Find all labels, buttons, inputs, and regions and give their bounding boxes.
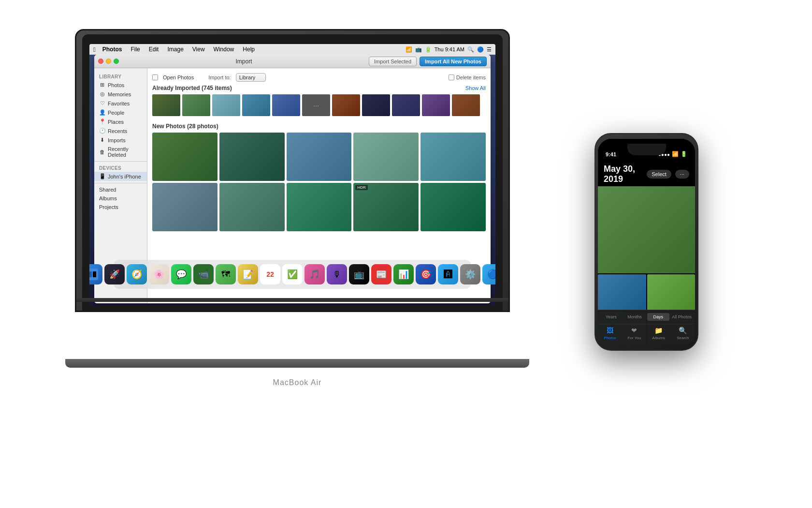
sidebar-item-favorites[interactable]: ♡ Favorites bbox=[94, 99, 147, 108]
imported-thumb-4[interactable] bbox=[242, 94, 270, 116]
iphone-nav-albums-label: Albums bbox=[652, 336, 665, 340]
dock-reminders[interactable]: ✅ bbox=[282, 264, 303, 284]
sidebar-item-recently-deleted[interactable]: 🗑 Recently Deleted bbox=[94, 145, 147, 159]
imported-thumb-6[interactable]: ··· bbox=[302, 94, 330, 116]
new-photo-2[interactable] bbox=[219, 133, 285, 181]
sidebar-item-device[interactable]: 📱 John's iPhone bbox=[94, 172, 147, 181]
imported-thumb-2[interactable] bbox=[182, 94, 210, 116]
sidebar-label-recents: Recents bbox=[108, 128, 127, 134]
iphone-tab-years[interactable]: Years bbox=[600, 313, 623, 321]
menu-file[interactable]: File bbox=[129, 46, 142, 53]
menu-photos[interactable]: Photos bbox=[101, 46, 124, 53]
show-all-link[interactable]: Show All bbox=[465, 85, 486, 91]
sidebar-item-recents[interactable]: 🕐 Recents bbox=[94, 126, 147, 135]
new-photo-6[interactable] bbox=[152, 183, 218, 231]
open-photos-checkbox[interactable] bbox=[152, 75, 158, 80]
dock-maps[interactable]: 🗺 bbox=[216, 264, 236, 284]
already-imported-grid: ··· bbox=[152, 94, 486, 116]
dock-safari[interactable]: 🧭 bbox=[127, 264, 147, 284]
dock-news[interactable]: 📰 bbox=[371, 264, 392, 284]
dock-facetime[interactable]: 📹 bbox=[193, 264, 214, 284]
dock-launchpad[interactable]: 🚀 bbox=[104, 264, 125, 284]
minimize-button[interactable] bbox=[106, 59, 111, 64]
import-to-select[interactable]: Library bbox=[236, 73, 266, 82]
menu-image[interactable]: Image bbox=[165, 46, 185, 53]
iphone-more-button[interactable]: ··· bbox=[675, 170, 689, 179]
dock-messages[interactable]: 💬 bbox=[171, 264, 191, 284]
apple-logo-icon[interactable]:  bbox=[93, 46, 96, 53]
dock-finder[interactable] bbox=[89, 264, 102, 284]
sidebar-item-memories[interactable]: ◎ Memories bbox=[94, 90, 147, 99]
imported-thumb-7[interactable] bbox=[332, 94, 360, 116]
iphone-nav-photos[interactable]: 🖼 Photos bbox=[598, 326, 622, 340]
iphone-sub-photo-1[interactable] bbox=[598, 274, 646, 311]
imported-thumb-11[interactable] bbox=[452, 94, 480, 116]
iphone-select-button[interactable]: Select bbox=[647, 170, 671, 179]
import-selected-button[interactable]: Import Selected bbox=[369, 57, 417, 66]
new-photo-7[interactable] bbox=[219, 183, 285, 231]
import-all-button[interactable]: Import All New Photos bbox=[420, 57, 487, 66]
imported-thumb-10[interactable] bbox=[422, 94, 450, 116]
dock-appstore[interactable]: 🅰 bbox=[438, 264, 458, 284]
dock-calendar[interactable]: 22 bbox=[260, 264, 280, 284]
dock-photos[interactable]: 🌸 bbox=[149, 264, 169, 284]
iphone-nav-photos-label: Photos bbox=[604, 336, 616, 340]
traffic-lights bbox=[98, 59, 119, 64]
iphone-tab-months[interactable]: Months bbox=[624, 313, 646, 321]
dock-notes[interactable]: 📝 bbox=[238, 264, 258, 284]
new-photo-1[interactable] bbox=[152, 133, 218, 181]
dock-system-preferences[interactable]: ⚙️ bbox=[460, 264, 480, 284]
iphone-main-photo[interactable] bbox=[598, 186, 695, 273]
imported-thumb-5[interactable] bbox=[272, 94, 300, 116]
new-photo-10[interactable] bbox=[420, 183, 486, 231]
sidebar-item-people[interactable]: 👤 People bbox=[94, 108, 147, 117]
iphone-nav-tabs: 🖼 Photos ❤ For You 📁 Albums 🔍 bbox=[598, 324, 695, 345]
imported-thumb-8[interactable] bbox=[362, 94, 390, 116]
dock-tv[interactable]: 📺 bbox=[349, 264, 369, 284]
sidebar-item-places[interactable]: 📍 Places bbox=[94, 117, 147, 126]
sidebar-label-imports: Imports bbox=[108, 137, 126, 143]
iphone-nav-search[interactable]: 🔍 Search bbox=[671, 326, 695, 340]
sidebar-item-projects[interactable]: Projects bbox=[94, 203, 147, 211]
menu-view[interactable]: View bbox=[190, 46, 207, 53]
iphone-sub-photo-2[interactable] bbox=[647, 274, 696, 311]
new-photo-8[interactable] bbox=[287, 183, 352, 231]
iphone-nav-foryou[interactable]: ❤ For You bbox=[622, 326, 646, 340]
menu-edit[interactable]: Edit bbox=[147, 46, 161, 53]
sidebar-item-photos[interactable]: ⊞ Photos bbox=[94, 80, 147, 90]
iphone-time: 9:41 bbox=[606, 151, 616, 157]
menu-window[interactable]: Window bbox=[212, 46, 236, 53]
imported-thumb-1[interactable] bbox=[152, 94, 180, 116]
search-icon[interactable]: 🔍 bbox=[467, 46, 474, 53]
sidebar-divider-2 bbox=[94, 183, 147, 183]
sidebar-item-imports[interactable]: ⬇ Imports bbox=[94, 135, 147, 145]
laptop-wrapper:  Photos File Edit Image View Window Hel… bbox=[75, 29, 520, 368]
sidebar-label-memories: Memories bbox=[108, 91, 131, 97]
delete-items-checkbox[interactable] bbox=[449, 75, 454, 80]
fullscreen-button[interactable] bbox=[114, 59, 119, 64]
new-photo-9[interactable]: HDR bbox=[353, 183, 419, 231]
dock-podcasts[interactable]: 🎙 bbox=[327, 264, 347, 284]
iphone-tab-days[interactable]: Days bbox=[647, 313, 670, 321]
imported-thumb-9[interactable] bbox=[392, 94, 420, 116]
close-button[interactable] bbox=[98, 59, 103, 64]
control-center-icon[interactable]: ☰ bbox=[487, 46, 492, 53]
iphone-header-actions: Select ··· bbox=[647, 170, 689, 179]
sidebar-item-albums[interactable]: Albums bbox=[94, 194, 147, 203]
sidebar-item-shared[interactable]: Shared bbox=[94, 185, 147, 194]
dock-numbers[interactable]: 📊 bbox=[393, 264, 414, 284]
dock-music[interactable]: 🎵 bbox=[304, 264, 325, 284]
laptop-screen-bezel:  Photos File Edit Image View Window Hel… bbox=[82, 34, 503, 311]
iphone-nav-albums[interactable]: 📁 Albums bbox=[647, 326, 671, 340]
iphone-tab-allphotos[interactable]: All Photos bbox=[670, 313, 693, 321]
menu-help[interactable]: Help bbox=[241, 46, 257, 53]
new-photo-5[interactable] bbox=[420, 133, 486, 181]
new-photo-3[interactable] bbox=[287, 133, 352, 181]
siri-icon[interactable]: 🔵 bbox=[477, 46, 484, 53]
dock-more[interactable]: 🔵 bbox=[482, 264, 495, 284]
sidebar-label-recently-deleted: Recently Deleted bbox=[108, 146, 142, 158]
new-photo-4[interactable] bbox=[353, 133, 419, 181]
delete-items-text: Delete items bbox=[456, 75, 486, 80]
dock-keynote[interactable]: 🎯 bbox=[416, 264, 436, 284]
imported-thumb-3[interactable] bbox=[212, 94, 240, 116]
